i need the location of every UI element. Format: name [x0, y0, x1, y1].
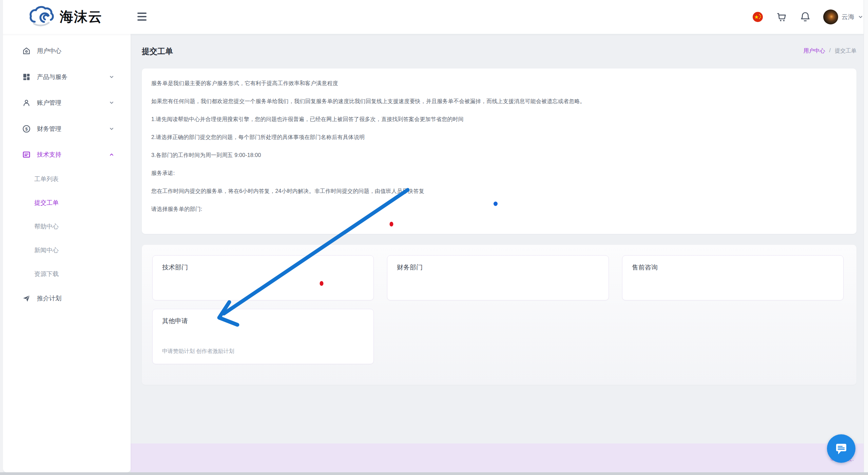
- home-icon: [22, 46, 31, 55]
- sidebar-subitem-submit-ticket[interactable]: 提交工单: [3, 195, 131, 210]
- window-bottom-edge: [0, 472, 868, 475]
- cloud-logo-icon: [28, 5, 55, 28]
- sidebar-item-user-center[interactable]: 用户中心: [3, 43, 131, 59]
- dept-card-title: 财务部门: [397, 263, 423, 272]
- intro-panel: 服务单是我们最主要的客户服务形式，它有利于提高工作效率和客户满意程度 如果您有任…: [142, 68, 856, 234]
- sidebar: 用户中心 产品与服务 账户管理: [3, 34, 131, 472]
- dept-card-title: 其他申请: [162, 317, 188, 325]
- breadcrumb-parent-link[interactable]: 用户中心: [804, 47, 825, 55]
- user-name: 云海: [842, 13, 854, 21]
- breadcrumb-separator: /: [829, 47, 831, 55]
- breadcrumb: 用户中心 / 提交工单: [804, 47, 856, 55]
- top-header: 海沫云: [0, 0, 868, 34]
- dept-card-title: 技术部门: [162, 263, 188, 272]
- brand-name: 海沫云: [60, 7, 102, 26]
- user-menu[interactable]: 云海: [823, 9, 863, 24]
- bell-icon[interactable]: [799, 11, 811, 23]
- intro-line: 您在工作时间内提交的服务单，将在6小时内答复，24小时内解决。非工作时间提交的问…: [151, 182, 847, 200]
- cart-icon[interactable]: [776, 11, 787, 23]
- page-title: 提交工单: [142, 46, 173, 57]
- sidebar-subitem-news-center[interactable]: 新闻中心: [3, 243, 131, 258]
- send-icon: [22, 294, 31, 303]
- chevron-up-icon: [108, 151, 115, 158]
- sidebar-item-account[interactable]: 账户管理: [3, 95, 131, 111]
- sidebar-item-support[interactable]: 技术支持: [3, 147, 131, 162]
- departments-panel: 技术部门 财务部门 售前咨询 其他申请 申请赞助计划 创作者激励计划: [142, 245, 856, 385]
- chat-bubble-icon: [833, 441, 849, 456]
- sidebar-item-products[interactable]: 产品与服务: [3, 69, 131, 85]
- dept-card-other[interactable]: 其他申请 申请赞助计划 创作者激励计划: [152, 309, 374, 364]
- sidebar-item-finance[interactable]: $ 财务管理: [3, 121, 131, 137]
- intro-line: 服务单是我们最主要的客户服务形式，它有利于提高工作效率和客户满意程度: [151, 75, 847, 93]
- app-root: 海沫云: [0, 0, 868, 475]
- window-left-edge: [0, 0, 3, 473]
- chevron-down-icon: [108, 125, 115, 132]
- intro-line: 如果您有任何问题，我们都欢迎您提交一个服务单给我们，我们回复服务单的速度比我们回…: [151, 93, 847, 111]
- user-icon: [22, 98, 31, 107]
- intro-line: 3.各部门的工作时间为周一到周五 9:00-18:00: [151, 146, 847, 164]
- avatar: [823, 9, 838, 24]
- sidebar-subitem-downloads[interactable]: 资源下载: [3, 266, 131, 281]
- menu-icon[interactable]: [137, 10, 149, 23]
- vertical-scrollbar[interactable]: [864, 0, 868, 473]
- dept-card-subtitle: 申请赞助计划 创作者激励计划: [162, 348, 234, 355]
- intro-line: 2.请选择正确的部门提交您的问题，每个部门所处理的具体事项在部门名称后有具体说明: [151, 128, 847, 146]
- intro-line: 服务承诺:: [151, 164, 847, 182]
- dept-card-presales[interactable]: 售前咨询: [622, 255, 844, 300]
- chevron-down-icon: [108, 74, 115, 80]
- intro-line: 1.请先阅读帮助中心并合理使用搜索引擎，您的问题也许很普遍，已经在网上被回答了很…: [151, 111, 847, 128]
- grid-icon: [22, 73, 31, 81]
- sidebar-subitem-help-center[interactable]: 帮助中心: [3, 219, 131, 234]
- article-icon: [22, 150, 31, 159]
- dept-card-tech[interactable]: 技术部门: [152, 255, 374, 300]
- breadcrumb-current: 提交工单: [835, 47, 856, 55]
- language-flag-icon[interactable]: [752, 11, 764, 23]
- sidebar-subitem-ticket-list[interactable]: 工单列表: [3, 172, 131, 186]
- chat-button[interactable]: [827, 434, 855, 463]
- chevron-down-icon: [108, 99, 115, 106]
- intro-line: 请选择服务单的部门:: [151, 200, 847, 218]
- sidebar-item-referral[interactable]: 推介计划: [3, 291, 131, 306]
- chevron-down-icon: [858, 14, 863, 20]
- svg-text:$: $: [25, 126, 28, 132]
- brand-logo[interactable]: 海沫云: [28, 5, 102, 28]
- dollar-icon: $: [22, 124, 31, 133]
- dept-card-finance[interactable]: 财务部门: [387, 255, 609, 300]
- footer: © 海沫云.: [131, 443, 868, 472]
- dept-card-title: 售前咨询: [632, 263, 658, 272]
